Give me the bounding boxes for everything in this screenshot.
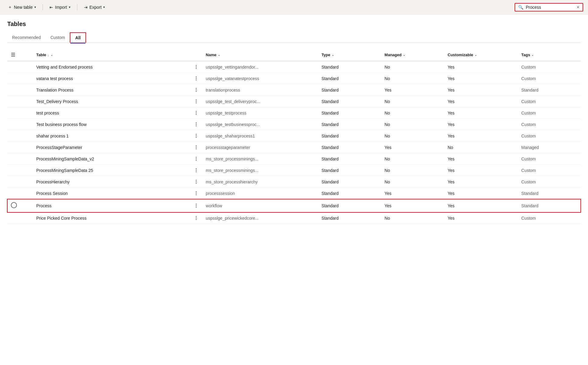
col-tags-header[interactable]: Tags ⌄ [518,49,581,61]
table-row[interactable]: test processuspsslge_testprocessStandard… [7,107,581,119]
row-type: Standard [318,199,381,212]
row-checkbox-cell [21,188,33,199]
row-type: Standard [318,119,381,130]
row-table-name[interactable]: Price Picked Core Process [33,212,190,224]
row-managed: No [381,73,444,84]
table-row[interactable]: Vetting and Endorsed processuspsslge_vet… [7,61,581,73]
row-managed: No [381,176,444,188]
row-tags: Standard [518,188,581,199]
row-type: Standard [318,130,381,142]
table-row[interactable]: ProcessMiningSampleData_v2ms_store_proce… [7,153,581,165]
search-box[interactable]: 🔍 ✕ [515,3,583,11]
row-table-name[interactable]: shahar process 1 [33,130,190,142]
row-menu-cell[interactable] [190,107,202,119]
tab-all[interactable]: All [70,32,86,43]
row-menu-cell[interactable] [190,130,202,142]
row-menu-cell[interactable] [190,73,202,84]
more-options-icon[interactable] [194,76,198,81]
row-table-name[interactable]: test process [33,107,190,119]
sort-asc-icon: ↓ [47,53,49,57]
row-table-name[interactable]: ProcessHierarchy [33,176,190,188]
col-checkbox-header [21,49,33,61]
more-options-icon[interactable] [194,156,198,161]
row-table-name[interactable]: vatana test process [33,73,190,84]
row-name: ms_store_processminings... [202,153,318,165]
row-checkbox-cell [21,84,33,96]
more-options-icon[interactable] [194,179,198,184]
table-row[interactable]: Translation ProcesstranslationprocessSta… [7,84,581,96]
more-options-icon[interactable] [194,99,198,104]
more-options-icon[interactable] [194,168,198,173]
table-row[interactable]: ProcessworkflowStandardYesYesStandard [7,199,581,212]
export-button[interactable]: ⇥ Export ▾ [81,3,108,11]
row-menu-cell[interactable] [190,142,202,153]
tab-recommended[interactable]: Recommended [7,32,46,43]
row-table-name[interactable]: Vetting and Endorsed process [33,61,190,73]
col-name-header[interactable]: Name ⌄ [202,49,318,61]
more-options-icon[interactable] [194,122,198,127]
close-icon[interactable]: ✕ [577,5,580,9]
col-customizable-header[interactable]: Customizable ⌄ [444,49,518,61]
row-icon-cell [7,188,21,199]
table-row[interactable]: Test_Delivery Processuspsslge_test_deliv… [7,96,581,107]
row-customizable: Yes [444,73,518,84]
row-table-name[interactable]: Test business process flow [33,119,190,130]
row-menu-cell[interactable] [190,61,202,73]
row-menu-cell[interactable] [190,199,202,212]
row-checkbox-cell [21,153,33,165]
more-options-icon[interactable] [194,191,198,196]
row-menu-cell[interactable] [190,96,202,107]
more-options-icon[interactable] [194,87,198,92]
table-row[interactable]: shahar process 1uspsslge_shaharprocess1S… [7,130,581,142]
row-table-name[interactable]: ProcessMiningSampleData 25 [33,165,190,176]
row-name: uspsslge_testbusinessproc... [202,119,318,130]
row-customizable: Yes [444,153,518,165]
more-options-icon[interactable] [194,64,198,69]
row-menu-cell[interactable] [190,188,202,199]
tab-custom[interactable]: Custom [46,32,70,43]
import-button[interactable]: ⇤ Import ▾ [47,3,73,11]
row-menu-cell[interactable] [190,84,202,96]
row-managed: No [381,153,444,165]
table-row[interactable]: Test business process flowuspsslge_testb… [7,119,581,130]
table-row[interactable]: Process SessionprocesssessionStandardYes… [7,188,581,199]
more-options-icon[interactable] [194,110,198,115]
row-table-name[interactable]: ProcessStageParameter [33,142,190,153]
table-row[interactable]: ProcessMiningSampleData 25ms_store_proce… [7,165,581,176]
table-row[interactable]: vatana test processuspsslge_vatanatestpr… [7,73,581,84]
row-type: Standard [318,84,381,96]
row-menu-cell[interactable] [190,153,202,165]
chevron-tags-icon: ⌄ [531,53,534,57]
row-tags: Custom [518,165,581,176]
table-row[interactable]: Price Picked Core Processuspsslge_pricew… [7,212,581,224]
more-options-icon[interactable] [194,133,198,138]
row-icon-cell [7,165,21,176]
row-menu-cell[interactable] [190,165,202,176]
row-menu-cell[interactable] [190,212,202,224]
row-table-name[interactable]: Process Session [33,188,190,199]
col-managed-header[interactable]: Managed ⌄ [381,49,444,61]
table-row[interactable]: ProcessStageParameterprocessstageparamet… [7,142,581,153]
toolbar-divider-2 [77,4,77,10]
search-input[interactable] [526,5,574,10]
more-options-icon[interactable] [194,145,198,150]
row-menu-cell[interactable] [190,176,202,188]
new-table-button[interactable]: ＋ New table ▾ [5,3,39,12]
row-tags: Custom [518,130,581,142]
more-options-icon[interactable] [194,203,198,208]
col-table-header[interactable]: Table ↓ ⌄ [33,49,190,61]
row-name: uspsslge_test_deliveryproc... [202,96,318,107]
row-menu-cell[interactable] [190,119,202,130]
row-table-name[interactable]: Process [33,199,190,212]
row-checkbox-cell [21,142,33,153]
row-customizable: Yes [444,84,518,96]
table-row[interactable]: ProcessHierarchyms_store_processhierarch… [7,176,581,188]
row-table-name[interactable]: ProcessMiningSampleData_v2 [33,153,190,165]
plus-icon: ＋ [8,5,12,10]
row-name: ms_store_processhierarchy [202,176,318,188]
row-table-name[interactable]: Translation Process [33,84,190,96]
row-icon-cell [7,142,21,153]
row-table-name[interactable]: Test_Delivery Process [33,96,190,107]
col-type-header[interactable]: Type ⌄ [318,49,381,61]
more-options-icon[interactable] [194,215,198,221]
